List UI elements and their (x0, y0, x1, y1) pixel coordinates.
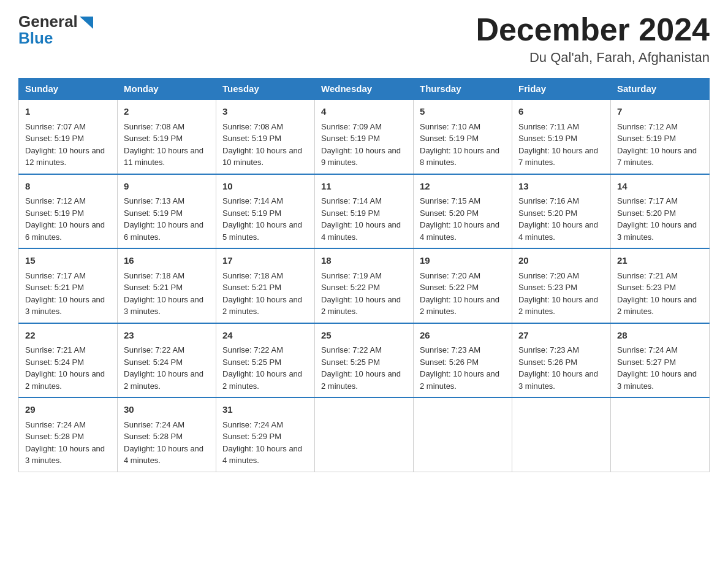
sunset-text: Sunset: 5:20 PM (518, 209, 577, 218)
table-row: 7 Sunrise: 7:12 AM Sunset: 5:19 PM Dayli… (611, 99, 710, 174)
day-number: 13 (518, 180, 604, 194)
table-row: 16 Sunrise: 7:18 AM Sunset: 5:21 PM Dayl… (118, 248, 216, 323)
sunset-text: Sunset: 5:21 PM (222, 283, 281, 292)
table-row: 29 Sunrise: 7:24 AM Sunset: 5:28 PM Dayl… (19, 397, 118, 472)
table-row: 20 Sunrise: 7:20 AM Sunset: 5:23 PM Dayl… (512, 248, 611, 323)
daylight-text: Daylight: 10 hours and 4 minutes. (420, 220, 499, 242)
table-row: 24 Sunrise: 7:22 AM Sunset: 5:25 PM Dayl… (216, 323, 315, 398)
table-row: 23 Sunrise: 7:22 AM Sunset: 5:24 PM Dayl… (118, 323, 216, 398)
sunset-text: Sunset: 5:28 PM (124, 432, 183, 441)
daylight-text: Daylight: 10 hours and 4 minutes. (222, 444, 302, 465)
sunset-text: Sunset: 5:21 PM (124, 283, 183, 292)
day-number: 31 (222, 403, 308, 417)
day-number: 9 (124, 180, 210, 194)
table-row: 25 Sunrise: 7:22 AM Sunset: 5:25 PM Dayl… (315, 323, 414, 398)
col-tuesday: Tuesday (216, 79, 315, 100)
daylight-text: Daylight: 10 hours and 2 minutes. (321, 295, 401, 316)
daylight-text: Daylight: 10 hours and 10 minutes. (222, 146, 302, 167)
table-row: 10 Sunrise: 7:14 AM Sunset: 5:19 PM Dayl… (216, 174, 315, 249)
day-number: 3 (222, 105, 308, 119)
day-number: 26 (420, 329, 506, 343)
sunrise-text: Sunrise: 7:14 AM (222, 196, 283, 205)
sunrise-text: Sunrise: 7:21 AM (617, 271, 678, 280)
sunset-text: Sunset: 5:22 PM (420, 283, 479, 292)
col-saturday: Saturday (611, 79, 710, 100)
sunset-text: Sunset: 5:25 PM (321, 358, 380, 367)
table-row: 6 Sunrise: 7:11 AM Sunset: 5:19 PM Dayli… (512, 99, 611, 174)
day-number: 19 (420, 254, 506, 268)
sunset-text: Sunset: 5:24 PM (25, 358, 84, 367)
calendar-row: 29 Sunrise: 7:24 AM Sunset: 5:28 PM Dayl… (19, 397, 710, 472)
sunrise-text: Sunrise: 7:08 AM (222, 122, 283, 131)
sunset-text: Sunset: 5:19 PM (420, 134, 479, 143)
sunrise-text: Sunrise: 7:15 AM (420, 196, 480, 205)
day-number: 5 (420, 105, 506, 119)
sunset-text: Sunset: 5:19 PM (321, 134, 380, 143)
daylight-text: Daylight: 10 hours and 2 minutes. (222, 295, 302, 316)
day-number: 7 (617, 105, 703, 119)
table-row: 5 Sunrise: 7:10 AM Sunset: 5:19 PM Dayli… (414, 99, 512, 174)
location-title: Du Qal'ah, Farah, Afghanistan (476, 50, 710, 66)
col-sunday: Sunday (19, 79, 118, 100)
sunrise-text: Sunrise: 7:24 AM (222, 420, 283, 429)
sunset-text: Sunset: 5:26 PM (420, 358, 479, 367)
daylight-text: Daylight: 10 hours and 5 minutes. (222, 220, 302, 242)
sunset-text: Sunset: 5:20 PM (420, 209, 479, 218)
day-number: 12 (420, 180, 506, 194)
day-number: 29 (25, 403, 111, 417)
table-row: 11 Sunrise: 7:14 AM Sunset: 5:19 PM Dayl… (315, 174, 414, 249)
daylight-text: Daylight: 10 hours and 6 minutes. (25, 220, 105, 242)
table-row (315, 397, 414, 472)
col-thursday: Thursday (414, 79, 512, 100)
table-row: 17 Sunrise: 7:18 AM Sunset: 5:21 PM Dayl… (216, 248, 315, 323)
daylight-text: Daylight: 10 hours and 4 minutes. (321, 220, 401, 242)
svg-marker-0 (80, 17, 93, 29)
sunset-text: Sunset: 5:19 PM (124, 134, 183, 143)
sunrise-text: Sunrise: 7:08 AM (124, 122, 184, 131)
sunrise-text: Sunrise: 7:18 AM (222, 271, 283, 280)
sunrise-text: Sunrise: 7:12 AM (617, 122, 678, 131)
sunset-text: Sunset: 5:29 PM (222, 432, 281, 441)
table-row (512, 397, 611, 472)
sunset-text: Sunset: 5:27 PM (617, 358, 676, 367)
logo-blue-text: Blue (18, 29, 53, 48)
sunset-text: Sunset: 5:19 PM (222, 134, 281, 143)
daylight-text: Daylight: 10 hours and 2 minutes. (518, 295, 598, 316)
table-row: 2 Sunrise: 7:08 AM Sunset: 5:19 PM Dayli… (118, 99, 216, 174)
daylight-text: Daylight: 10 hours and 2 minutes. (420, 369, 499, 391)
sunrise-text: Sunrise: 7:23 AM (420, 345, 480, 354)
sunrise-text: Sunrise: 7:17 AM (617, 196, 678, 205)
day-number: 21 (617, 254, 703, 268)
day-number: 24 (222, 329, 308, 343)
daylight-text: Daylight: 10 hours and 7 minutes. (518, 146, 598, 167)
sunrise-text: Sunrise: 7:21 AM (25, 345, 86, 354)
daylight-text: Daylight: 10 hours and 3 minutes. (518, 369, 598, 391)
daylight-text: Daylight: 10 hours and 9 minutes. (321, 146, 401, 167)
table-row (414, 397, 512, 472)
day-number: 22 (25, 329, 111, 343)
day-number: 30 (124, 403, 210, 417)
table-row: 1 Sunrise: 7:07 AM Sunset: 5:19 PM Dayli… (19, 99, 118, 174)
sunset-text: Sunset: 5:28 PM (25, 432, 84, 441)
table-row: 18 Sunrise: 7:19 AM Sunset: 5:22 PM Dayl… (315, 248, 414, 323)
table-row: 26 Sunrise: 7:23 AM Sunset: 5:26 PM Dayl… (414, 323, 512, 398)
sunset-text: Sunset: 5:23 PM (518, 283, 577, 292)
day-number: 25 (321, 329, 407, 343)
sunrise-text: Sunrise: 7:14 AM (321, 196, 382, 205)
table-row: 9 Sunrise: 7:13 AM Sunset: 5:19 PM Dayli… (118, 174, 216, 249)
logo-triangle-icon (80, 17, 93, 29)
day-number: 2 (124, 105, 210, 119)
calendar-row: 1 Sunrise: 7:07 AM Sunset: 5:19 PM Dayli… (19, 99, 710, 174)
sunrise-text: Sunrise: 7:13 AM (124, 196, 184, 205)
daylight-text: Daylight: 10 hours and 6 minutes. (124, 220, 203, 242)
sunrise-text: Sunrise: 7:24 AM (617, 345, 678, 354)
sunset-text: Sunset: 5:22 PM (321, 283, 380, 292)
table-row (611, 397, 710, 472)
sunrise-text: Sunrise: 7:17 AM (25, 271, 86, 280)
sunset-text: Sunset: 5:20 PM (617, 209, 676, 218)
sunset-text: Sunset: 5:19 PM (25, 209, 84, 218)
day-number: 28 (617, 329, 703, 343)
col-friday: Friday (512, 79, 611, 100)
day-number: 14 (617, 180, 703, 194)
col-monday: Monday (118, 79, 216, 100)
